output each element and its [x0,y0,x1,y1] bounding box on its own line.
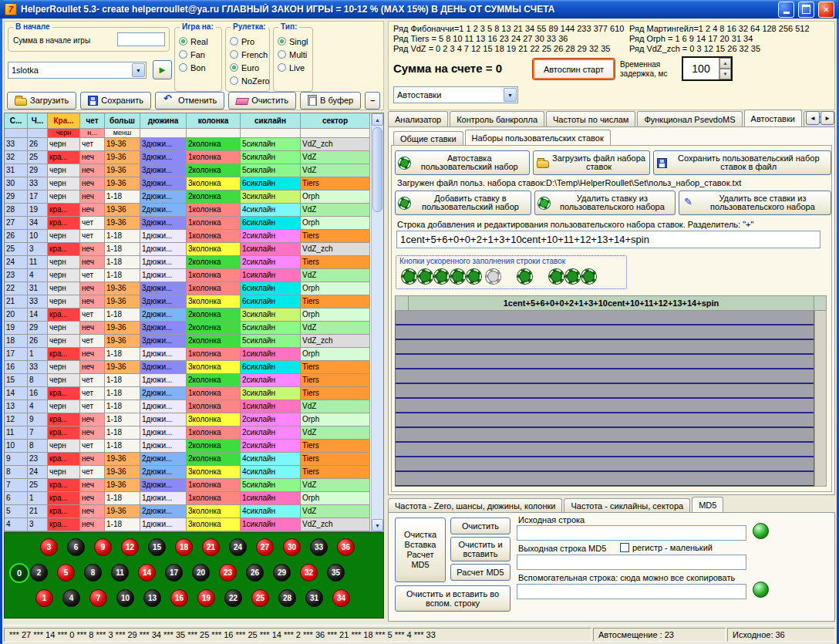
history-row[interactable]: 1826чернчет19-363дюжи...2колонка5сиклайн… [5,335,383,348]
radio-option-euro[interactable]: Euro [226,61,269,74]
history-row[interactable]: 129кра...неч1-181дюжи...3колонка2сиклайн… [5,413,383,427]
aux-string-input[interactable] [517,584,746,599]
maximize-button[interactable] [798,2,814,18]
history-row[interactable]: 117кра...неч1-181дюжи...1колонка2сиклайн… [5,427,383,440]
history-row[interactable]: 521кра...неч19-362дюжи...3колонка4сиклай… [5,505,383,518]
toolbar-button-floppy[interactable]: Сохранить [80,92,151,110]
scroll-up-icon[interactable] [372,113,383,126]
list-row[interactable] [396,443,814,457]
board-number-29[interactable]: 29 [273,564,291,582]
board-number-22[interactable]: 22 [224,589,242,607]
column-header-3[interactable]: чет [80,113,105,129]
column-header-8[interactable]: сектор [301,113,370,129]
chevron-down-icon[interactable] [132,63,145,77]
list-row[interactable] [396,428,814,443]
board-number-1[interactable]: 1 [35,589,53,607]
board-number-33[interactable]: 33 [310,538,328,556]
bet-string-input[interactable] [396,231,820,248]
history-row[interactable]: 2610чернчет1-181дюжи...1колонка2сиклайнT… [5,230,383,243]
chip-button-1[interactable] [402,269,416,284]
button-open-folder[interactable]: Загрузить файл набора ставок [533,150,650,175]
board-number-3[interactable]: 3 [40,538,58,556]
column-header-2[interactable]: Кра... [48,113,80,129]
list-row[interactable] [396,399,814,413]
board-number-14[interactable]: 14 [138,564,156,582]
history-row[interactable]: 1633черннеч19-363дюжи...3колонка6сиклайн… [5,361,383,374]
list-row[interactable] [396,340,814,355]
radio-option-french[interactable]: French [226,48,269,61]
board-number-10[interactable]: 10 [116,589,134,607]
board-number-16[interactable]: 16 [170,589,188,607]
tab-scroll-left-button[interactable]: ◄ [806,111,820,125]
close-button[interactable] [818,2,834,18]
board-number-24[interactable]: 24 [229,538,247,556]
chip-button-6[interactable] [486,269,500,284]
history-row[interactable]: 2231черннеч19-363дюжи...1колонка6сиклайн… [5,282,383,295]
history-row[interactable]: 923кра...неч19-362дюжи...2колонка4сиклай… [5,453,383,466]
clear-button[interactable]: Очистить [450,518,510,534]
board-number-18[interactable]: 18 [175,538,193,556]
button-pencil[interactable]: Удалить все ставки из пользовательского … [679,191,831,215]
column-header-7[interactable]: сиклайн [241,113,301,129]
button-chip-remove[interactable]: Удалить ставку из пользовательского набо… [534,191,676,215]
tab-scroll-right-button[interactable]: ► [820,111,834,125]
history-row[interactable]: 2014кра...чет1-182дюжи...2колонка3сиклай… [5,309,383,322]
radio-option-live[interactable]: Live [274,61,312,74]
board-number-12[interactable]: 12 [121,538,139,556]
history-row[interactable]: 2917черннеч1-182дюжи...2колонка3сиклайнO… [5,191,383,204]
board-number-13[interactable]: 13 [143,589,161,607]
history-row[interactable]: 2819кра...неч19-362дюжи...1колонка4сикла… [5,204,383,217]
start-button[interactable] [153,60,172,79]
minimize-button[interactable] [778,2,794,18]
chip-button-4[interactable] [450,269,465,284]
radio-option-multi[interactable]: Multi [274,48,312,61]
history-row[interactable]: 158чернчет1-181дюжи...2колонка2сиклайнTi… [5,374,383,387]
button-chip[interactable]: Автоставка пользовательский набор [395,150,530,175]
green-orb-button[interactable] [753,582,769,598]
column-header-0[interactable]: С... [5,113,28,129]
history-row[interactable]: 1929черннеч19-363дюжи...2колонка5сиклайн… [5,322,383,335]
board-number-7[interactable]: 7 [89,589,107,607]
chip-button-9[interactable] [565,269,580,284]
spin-up-icon[interactable] [719,58,731,69]
list-row[interactable] [396,369,814,384]
history-row[interactable]: 2734кра...чет19-363дюжи...1колонка6сикла… [5,217,383,230]
spin-down-icon[interactable] [719,69,731,79]
list-row[interactable] [396,413,814,428]
list-row[interactable] [396,325,814,340]
button-floppy[interactable]: Сохранить пользовательский набор ставок … [653,150,832,175]
board-number-25[interactable]: 25 [251,589,269,607]
preset-combobox[interactable]: 1slotka [8,62,147,79]
list-row[interactable] [396,311,814,325]
history-row[interactable]: 2133черннеч19-363дюжи...3колонка6сиклайн… [5,295,383,309]
radio-option-singl[interactable]: Singl [274,35,312,48]
clear-paste-aux-button[interactable]: Очистить и вставить во вспом. строку [395,585,510,612]
board-number-30[interactable]: 30 [283,538,301,556]
tab-Автоставки[interactable]: Автоставки [744,110,802,126]
column-header-4[interactable]: больш [105,113,140,129]
history-row[interactable]: 3033черннеч19-363дюжи...3колонка6сиклайн… [5,177,383,191]
board-number-23[interactable]: 23 [219,564,237,582]
history-row[interactable]: 61кра...неч1-181дюжи...1колонка1сиклайнO… [5,492,383,505]
history-row[interactable]: 824чернчет19-362дюжи...3колонка4сиклайнT… [5,466,383,479]
tab-Частоты по числам[interactable]: Частоты по числам [546,111,635,126]
column-header-6[interactable]: колонка [187,113,241,129]
collapse-button[interactable]: – [365,92,380,110]
board-number-8[interactable]: 8 [84,564,102,582]
radio-option-real[interactable]: Real [175,35,221,48]
toolbar-button-open-folder[interactable]: Загрузить [7,92,76,110]
history-row[interactable]: 134чернчет1-181дюжи...1колонка1сиклайнVd… [5,400,383,413]
history-row[interactable]: 3326чернчет19-363дюжи...2колонка5сиклайн… [5,138,383,151]
chip-button-2[interactable] [418,269,433,284]
history-row[interactable]: 3225кра...неч19-363дюжи...1колонка5сикла… [5,151,383,164]
radio-option-bon[interactable]: Bon [175,61,221,74]
delay-input[interactable] [683,58,719,79]
column-header-5[interactable]: дюжина [140,113,187,129]
radio-option-pro[interactable]: Pro [226,35,269,48]
board-number-32[interactable]: 32 [300,564,318,582]
board-number-6[interactable]: 6 [67,538,85,556]
board-number-17[interactable]: 17 [165,564,183,582]
tab-Частота - сиклайны, сектора[interactable]: Частота - сиклайны, сектора [564,498,690,512]
scroll-down-icon[interactable] [372,519,383,531]
tab-Функционал PsevdoMS[interactable]: Функционал PsevdoMS [637,111,742,126]
